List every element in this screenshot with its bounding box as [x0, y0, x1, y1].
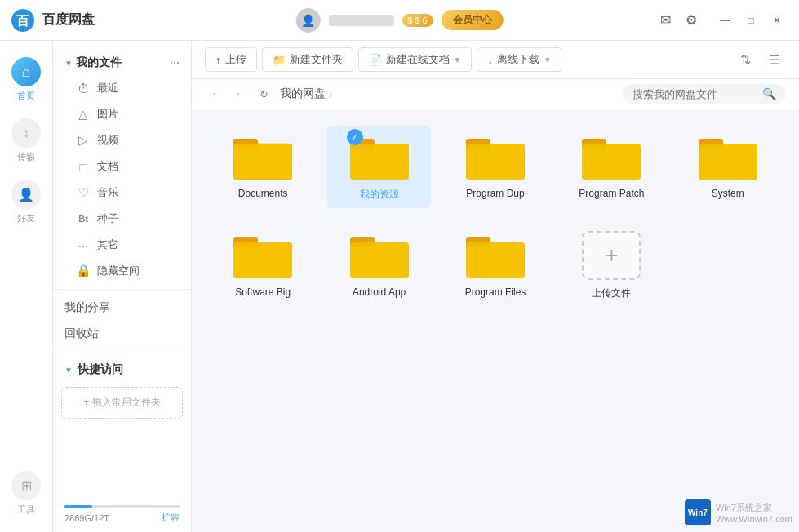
storage-bar-fill — [64, 505, 92, 508]
friends-icon: 👤 — [11, 180, 41, 209]
svg-rect-17 — [699, 144, 757, 180]
storage-info-section: 2889G/12T 扩容 — [53, 497, 191, 532]
my-files-label: 我的文件 — [73, 55, 170, 70]
svg-rect-23 — [350, 242, 409, 278]
folder-icon-android-app — [350, 231, 409, 280]
quick-access-section[interactable]: ▼ 快捷访问 — [53, 357, 191, 382]
nav-item-my-share[interactable]: 我的分享 — [53, 295, 191, 321]
nav-item-recent[interactable]: ⏱ 最近 — [53, 75, 191, 101]
chevron-down-icon: ▼ — [454, 55, 462, 64]
home-label: 首页 — [17, 90, 35, 102]
close-button[interactable]: ✕ — [765, 8, 789, 33]
other-icon: ··· — [76, 238, 91, 252]
dollar-icon: $ — [407, 16, 412, 25]
avatar: 👤 — [295, 8, 320, 33]
drop-zone[interactable]: + 拖入常用文件夹 — [61, 387, 183, 419]
search-input[interactable] — [633, 88, 757, 100]
search-icon[interactable]: 🔍 — [762, 87, 776, 100]
offline-dl-label: 离线下载 — [497, 52, 539, 67]
lock-icon: 🔒 — [76, 264, 91, 278]
folder-svg-android-app — [350, 231, 409, 280]
mail-icon[interactable]: ✉ — [654, 9, 677, 32]
friends-label: 好友 — [17, 212, 35, 224]
address-bar: ‹ › ↻ 我的网盘 › 🔍 — [192, 79, 799, 109]
file-item-my-resources[interactable]: ✓ 我的资源 — [327, 126, 430, 208]
nav-video-label: 视频 — [97, 133, 118, 148]
svg-rect-20 — [233, 242, 292, 278]
minimize-button[interactable]: — — [712, 8, 737, 33]
titlebar-center: 👤 $ $ 6 会员中心 — [295, 8, 503, 33]
new-online-doc-label: 新建在线文档 — [386, 52, 450, 67]
back-button[interactable]: ‹ — [205, 84, 224, 104]
maximize-button[interactable]: □ — [739, 8, 763, 33]
sort-icon[interactable]: ⇅ — [734, 48, 757, 71]
nav-item-music[interactable]: ♡ 音乐 — [53, 180, 191, 206]
nav-torrent-label: 种子 — [97, 211, 118, 226]
my-files-section[interactable]: ▼ 我的文件 ··· — [53, 51, 191, 75]
file-item-program-patch[interactable]: Program Patch — [560, 126, 663, 208]
win-controls: — □ ✕ — [712, 8, 789, 33]
app-logo: 百 百度网盘 — [10, 7, 95, 33]
file-item-documents[interactable]: Documents — [211, 126, 314, 208]
nav-divider-2 — [53, 352, 191, 352]
forward-button[interactable]: › — [228, 84, 247, 104]
baidu-pan-logo-icon: 百 — [10, 7, 36, 33]
search-bar: 🔍 — [623, 84, 786, 104]
sidebar-item-tools[interactable]: ⊞ 工具 — [0, 463, 52, 524]
nav-item-recycle[interactable]: 回收站 — [53, 321, 191, 347]
sidebar-item-home[interactable]: ⌂ 首页 — [0, 49, 52, 110]
nav-item-video[interactable]: ▷ 视频 — [53, 127, 191, 153]
upload-button[interactable]: ↑ 上传 — [205, 47, 257, 72]
transfer-label: 传输 — [17, 151, 35, 163]
file-item-system[interactable]: System — [677, 126, 779, 208]
breadcrumb-separator: › — [329, 87, 333, 100]
refresh-button[interactable]: ↻ — [254, 84, 273, 104]
file-item-software-big[interactable]: Software Big — [211, 224, 314, 307]
expand-button[interactable]: 扩容 — [162, 512, 180, 524]
svg-rect-4 — [233, 144, 292, 180]
breadcrumb-root[interactable]: 我的网盘 — [280, 86, 326, 101]
home-icon: ⌂ — [11, 57, 41, 86]
app-title: 百度网盘 — [42, 11, 95, 29]
image-icon: △ — [76, 107, 91, 122]
doc-icon: 📄 — [369, 54, 382, 66]
vip-center-button[interactable]: 会员中心 — [442, 10, 504, 30]
nav-item-docs[interactable]: □ 文档 — [53, 153, 191, 180]
storage-bar-bg — [64, 505, 180, 508]
nav-item-other[interactable]: ··· 其它 — [53, 232, 191, 258]
folder-svg-software-big — [233, 231, 292, 280]
sidebar-item-transfer[interactable]: ↕ 传输 — [0, 110, 52, 171]
file-item-android-app[interactable]: Android App — [327, 224, 430, 307]
list-view-icon[interactable]: ☰ — [763, 48, 786, 71]
content-area: ↑ 上传 📁 新建文件夹 📄 新建在线文档 ▼ ↓ 离线下载 ▼ ⇅ ☰ — [192, 41, 799, 532]
nav-item-hidden[interactable]: 🔒 隐藏空间 — [53, 258, 191, 284]
new-folder-button[interactable]: 📁 新建文件夹 — [262, 47, 353, 72]
new-folder-label: 新建文件夹 — [290, 52, 343, 67]
quick-arrow-icon: ▼ — [64, 366, 73, 375]
svg-rect-26 — [466, 242, 525, 278]
file-label-software-big: Software Big — [235, 286, 291, 298]
arrow-down-icon: ▼ — [64, 59, 73, 68]
toolbar: ↑ 上传 📁 新建文件夹 📄 新建在线文档 ▼ ↓ 离线下载 ▼ ⇅ ☰ — [192, 41, 799, 79]
file-item-upload[interactable]: + 上传文件 — [560, 224, 663, 307]
storage-info: 2889G/12T 扩容 — [64, 512, 180, 524]
folder-icon-my-resources: ✓ — [350, 132, 409, 181]
file-item-program-dup[interactable]: Program Dup — [444, 126, 547, 208]
new-online-doc-button[interactable]: 📄 新建在线文档 ▼ — [358, 47, 473, 72]
folder-icon-program-files — [466, 231, 525, 280]
file-label-program-patch: Program Patch — [579, 188, 644, 199]
nav-other-label: 其它 — [97, 237, 118, 252]
nav-item-images[interactable]: △ 图片 — [53, 101, 191, 127]
settings-icon[interactable]: ⚙ — [680, 9, 703, 32]
offline-download-button[interactable]: ↓ 离线下载 ▼ — [477, 47, 562, 72]
file-label-system: System — [712, 188, 744, 199]
nav-item-torrent[interactable]: Bt 种子 — [53, 206, 191, 232]
nav-images-label: 图片 — [97, 107, 118, 122]
my-share-label: 我的分享 — [64, 300, 110, 315]
svg-rect-14 — [582, 144, 641, 180]
sidebar-item-friends[interactable]: 👤 好友 — [0, 171, 52, 233]
folder-icon-documents — [233, 132, 292, 181]
folder-svg-system — [699, 132, 757, 181]
file-item-program-files[interactable]: Program Files — [444, 224, 547, 307]
nav-arrows: ‹ › — [205, 84, 247, 104]
